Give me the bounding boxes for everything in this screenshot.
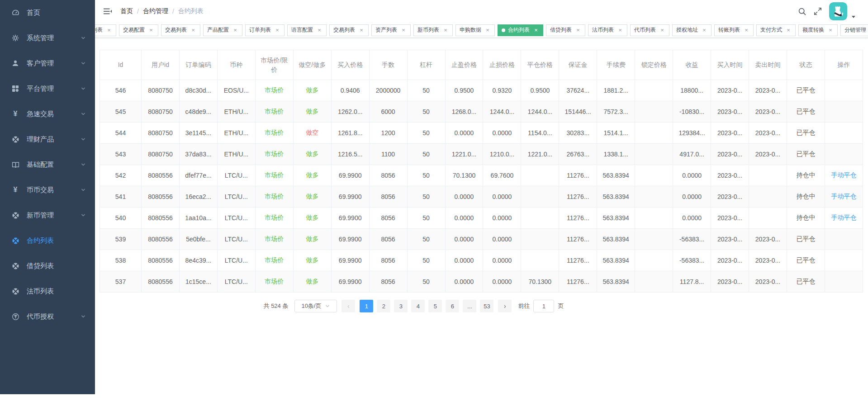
close-icon[interactable]: × (358, 27, 365, 33)
chevron-down-icon (81, 137, 86, 142)
column-header-6: 买入价格 (331, 50, 369, 80)
page-button-53[interactable]: 53 (480, 300, 493, 312)
search-icon[interactable] (798, 7, 806, 16)
close-icon[interactable]: × (400, 27, 407, 33)
prev-page-button[interactable]: ‹ (342, 300, 355, 312)
cell: 8056 (369, 208, 407, 229)
page-button-4[interactable]: 4 (411, 300, 425, 312)
next-page-button[interactable]: › (498, 300, 512, 312)
manual-close-link[interactable]: 手动平仓 (825, 165, 863, 186)
cell: 8e4c39... (179, 250, 217, 271)
close-icon[interactable]: × (785, 27, 792, 33)
page-button-3[interactable]: 3 (394, 300, 408, 312)
close-icon[interactable]: × (743, 27, 749, 33)
sidebar-item-6[interactable]: 基础配置 (0, 152, 95, 177)
close-icon[interactable]: × (701, 27, 707, 33)
sidebar-item-9[interactable]: 合约列表 (0, 228, 95, 253)
sidebar-item-1[interactable]: 系统管理 (0, 25, 95, 51)
goto-page: 前往 页 (518, 300, 564, 312)
tab-0[interactable]: 列表× (95, 24, 116, 36)
manual-close-link[interactable]: 手动平仓 (825, 208, 863, 229)
breadcrumb-contract-management[interactable]: 合约管理 (143, 7, 168, 15)
tab-16[interactable]: 支付方式× (756, 24, 796, 36)
sidebar-item-10[interactable]: 借贷列表 (0, 253, 95, 278)
tab-11[interactable]: 借贷列表× (546, 24, 585, 36)
sidebar-item-7[interactable]: ¥币币交易 (0, 177, 95, 203)
page-button-6[interactable]: 6 (446, 300, 459, 312)
tab-1[interactable]: 交易配置× (119, 24, 158, 36)
tab-18[interactable]: 分销管理× (840, 24, 868, 36)
cell: 持仓中 (787, 165, 825, 186)
table-row: 53780805561c15ce...LTC/U...市场价做多69.99008… (100, 271, 863, 293)
column-header-3: 币种 (217, 50, 255, 80)
close-icon[interactable]: × (106, 27, 112, 33)
manual-close-link[interactable]: 手动平仓 (825, 186, 863, 208)
cell (635, 101, 673, 123)
sidebar-item-2[interactable]: 客户管理 (0, 51, 95, 76)
cell (825, 123, 863, 144)
close-icon[interactable]: × (190, 27, 196, 33)
hamburger-menu-icon[interactable] (103, 7, 112, 16)
page-size-select[interactable]: 10条/页 (294, 300, 337, 312)
more-pages-button[interactable]: ... (463, 300, 476, 312)
tab-15[interactable]: 转账列表× (714, 24, 754, 36)
cell: dfef77e... (179, 165, 217, 186)
tab-5[interactable]: 语言配置× (287, 24, 327, 36)
cell: 1244.0... (483, 101, 521, 123)
tab-7[interactable]: 资产列表× (371, 24, 411, 36)
sidebar-item-5[interactable]: 理财产品 (0, 127, 95, 152)
segmented-circle-icon (11, 262, 19, 270)
sidebar-item-8[interactable]: 新币管理 (0, 203, 95, 228)
breadcrumb-home[interactable]: 首页 (120, 7, 133, 15)
close-icon[interactable]: × (274, 27, 280, 33)
cell: 8056 (369, 229, 407, 250)
tab-2[interactable]: 交易列表× (161, 24, 200, 36)
tab-3[interactable]: 产品配置× (203, 24, 242, 36)
cell: 持仓中 (787, 186, 825, 208)
tab-13[interactable]: 代币列表× (630, 24, 669, 36)
avatar[interactable] (829, 2, 847, 20)
user-menu[interactable] (829, 2, 856, 20)
tab-17[interactable]: 额度转换× (798, 24, 838, 36)
tab-9[interactable]: 申购数据× (455, 24, 495, 36)
cell (825, 144, 863, 165)
close-icon[interactable]: × (232, 27, 238, 33)
sidebar-item-4[interactable]: ¥急速交易 (0, 101, 95, 127)
caret-down-icon[interactable] (851, 14, 856, 20)
fullscreen-icon[interactable] (814, 7, 822, 15)
goto-page-input[interactable] (533, 300, 554, 312)
column-header-14: 锁定价格 (635, 50, 673, 80)
cell: 2023-0... (711, 144, 749, 165)
column-header-1: 用户id (142, 50, 180, 80)
table-row: 5458080750c48de9...ETH/U...市场价做多1262.0..… (100, 101, 863, 123)
cell: -10830... (673, 101, 711, 123)
tab-4[interactable]: 订单列表× (245, 24, 285, 36)
cell: 545 (100, 101, 142, 123)
close-icon[interactable]: × (659, 27, 665, 33)
close-icon[interactable]: × (575, 27, 581, 33)
close-icon[interactable]: × (617, 27, 623, 33)
tab-12[interactable]: 法币列表× (588, 24, 627, 36)
page-button-5[interactable]: 5 (428, 300, 442, 312)
close-icon[interactable]: × (533, 27, 539, 33)
sidebar-item-11[interactable]: 法币列表 (0, 278, 95, 304)
close-icon[interactable]: × (316, 27, 323, 33)
chevron-down-icon (81, 61, 86, 66)
close-icon[interactable]: × (148, 27, 154, 33)
cell (825, 101, 863, 123)
page-button-1[interactable]: 1 (360, 300, 373, 312)
tab-6[interactable]: 交易列表× (329, 24, 369, 36)
tab-8[interactable]: 新币列表× (413, 24, 453, 36)
close-icon[interactable]: × (442, 27, 449, 33)
tab-10[interactable]: 合约列表× (498, 24, 543, 36)
page-button-2[interactable]: 2 (377, 300, 390, 312)
close-icon[interactable]: × (484, 27, 491, 33)
cell: 0.0000 (445, 186, 483, 208)
sidebar-item-3[interactable]: 平台管理 (0, 76, 95, 101)
sidebar-item-12[interactable]: 代币授权 (0, 304, 95, 329)
tab-14[interactable]: 授权地址× (672, 24, 711, 36)
close-icon[interactable]: × (827, 27, 834, 33)
sidebar-item-0[interactable]: 首页 (0, 0, 95, 25)
price-type-cell: 市场价 (255, 123, 293, 144)
cell: 2023-0... (711, 271, 749, 293)
